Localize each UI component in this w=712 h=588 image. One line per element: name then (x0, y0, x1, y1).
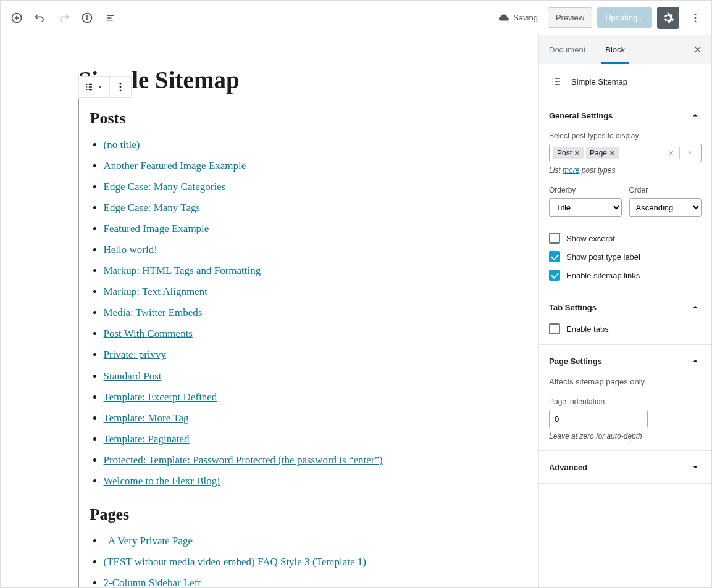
sitemap-link[interactable]: Media: Twitter Embeds (104, 307, 203, 318)
svg-point-16 (86, 89, 88, 91)
orderby-select[interactable]: Title (549, 198, 622, 217)
show-excerpt-checkbox[interactable] (549, 233, 560, 244)
chevron-up-icon (689, 355, 702, 367)
sitemap-link[interactable]: Edge Case: Many Categories (104, 181, 226, 193)
sitemap-link[interactable]: Template: Excerpt Defined (104, 391, 217, 403)
info-button[interactable] (76, 7, 98, 29)
sitemap-link[interactable]: Standard Post (104, 370, 162, 382)
svg-point-21 (552, 78, 553, 79)
show-post-type-label-checkbox[interactable] (549, 251, 560, 262)
list-item: (no title) (104, 136, 450, 154)
more-options-button[interactable] (684, 7, 706, 29)
order-label: Order (629, 186, 702, 194)
redo-button (52, 7, 75, 29)
svg-point-14 (86, 86, 88, 88)
sitemap-link[interactable]: A Very Private Page (104, 535, 193, 547)
post-types-select[interactable]: Post✕ Page✕ ✕ (549, 144, 702, 162)
list-item: Markup: Text Alignment (104, 283, 450, 300)
sitemap-block[interactable]: Posts (no title)Another Featured Image E… (78, 99, 461, 587)
panel-advanced-head[interactable]: Advanced (539, 451, 711, 483)
preview-button[interactable]: Preview (548, 7, 592, 28)
panel-tab-settings-head[interactable]: Tab Settings (539, 291, 711, 323)
sitemap-link[interactable]: (no title) (104, 139, 140, 151)
order-select[interactable]: Ascending (629, 198, 702, 217)
settings-toggle-button[interactable] (657, 7, 679, 29)
list-item: Another Featured Image Example (104, 157, 450, 175)
svg-point-25 (552, 84, 553, 85)
chip-post: Post✕ (553, 147, 584, 159)
page-indentation-hint: Leave at zero for auto-depth (549, 432, 702, 441)
sitemap-link[interactable]: Template: Paginated (104, 433, 190, 445)
chevron-down-icon[interactable] (682, 147, 697, 159)
list-item: Edge Case: Many Tags (104, 199, 450, 217)
svg-point-11 (695, 20, 697, 22)
enable-tabs-label: Enable tabs (566, 325, 609, 334)
list-item: A Very Private Page (104, 532, 450, 550)
sitemap-link[interactable]: Markup: HTML Tags and Formatting (104, 265, 261, 276)
svg-point-10 (695, 17, 697, 19)
saving-status: Saving (498, 12, 538, 23)
tab-block[interactable]: Block (595, 35, 635, 64)
list-item: Standard Post (104, 368, 450, 385)
chevron-down-icon (689, 461, 702, 473)
block-name-label: Simple Sitemap (571, 77, 627, 86)
clear-all-icon[interactable]: ✕ (665, 149, 677, 158)
publish-button: Updating... (597, 7, 652, 28)
list-item: Edge Case: Many Categories (104, 178, 450, 196)
svg-point-9 (695, 13, 697, 15)
svg-point-5 (87, 15, 88, 16)
list-item: Markup: HTML Tags and Formatting (104, 262, 450, 280)
enable-sitemap-links-label: Enable sitemap links (566, 271, 640, 280)
pages-heading: Pages (90, 505, 450, 524)
panel-general-head[interactable]: General Settings (539, 99, 711, 131)
sitemap-link[interactable]: Welcome to the Flexr Blog! (104, 475, 220, 487)
list-item: Media: Twitter Embeds (104, 304, 450, 321)
page-settings-desc: Affects sitemap pages only. (549, 377, 702, 386)
list-item: Protected: Template: Password Protected … (104, 452, 450, 469)
more-link[interactable]: more (563, 166, 579, 175)
add-block-button[interactable] (6, 7, 28, 29)
page-title[interactable]: Simple Sitemap (78, 66, 461, 94)
chip-page: Page✕ (586, 147, 619, 159)
sitemap-link[interactable]: Post With Comments (104, 328, 193, 339)
list-item: Post With Comments (104, 325, 450, 342)
close-sidebar-button[interactable]: ✕ (693, 44, 702, 56)
saving-label: Saving (513, 13, 538, 22)
tab-document[interactable]: Document (539, 35, 595, 64)
sitemap-link[interactable]: (TEST without media video embed) FAQ Sty… (104, 556, 366, 568)
svg-point-19 (119, 86, 121, 88)
sitemap-link[interactable]: 2-Column Sidebar Left (104, 577, 201, 587)
undo-button[interactable] (29, 7, 51, 29)
enable-sitemap-links-checkbox[interactable] (549, 270, 560, 281)
block-more-button[interactable] (109, 76, 132, 98)
sitemap-link[interactable]: Hello world! (104, 244, 157, 255)
panel-page-settings-head[interactable]: Page Settings (539, 345, 711, 377)
svg-point-23 (552, 81, 553, 82)
block-type-button[interactable] (78, 76, 109, 98)
list-item: Hello world! (104, 241, 450, 259)
sitemap-link[interactable]: Markup: Text Alignment (104, 286, 207, 297)
list-item: Featured Image Example (104, 220, 450, 238)
page-indentation-input[interactable] (549, 410, 648, 428)
editor-canvas[interactable]: Simple Sitemap Posts (no title)Another F… (1, 35, 538, 587)
sitemap-link[interactable]: Private: privvy (104, 349, 167, 360)
list-item: Template: Paginated (104, 431, 450, 448)
list-item: Template: More Tag (104, 410, 450, 427)
svg-point-18 (119, 83, 121, 85)
enable-tabs-checkbox[interactable] (549, 323, 560, 334)
sitemap-link[interactable]: Protected: Template: Password Protected … (104, 454, 383, 466)
list-item: Welcome to the Flexr Blog! (104, 473, 450, 490)
chip-post-remove[interactable]: ✕ (574, 149, 580, 157)
chevron-up-icon (689, 301, 702, 313)
sitemap-link[interactable]: Featured Image Example (104, 223, 209, 234)
outline-button[interactable] (99, 7, 122, 29)
sitemap-link[interactable]: Edge Case: Many Tags (104, 202, 201, 213)
sitemap-link[interactable]: Template: More Tag (104, 412, 189, 424)
post-types-hint: List more post types (549, 166, 702, 175)
panel-general-title: General Settings (549, 111, 613, 120)
list-item: Private: privvy (104, 346, 450, 363)
sitemap-link[interactable]: Another Featured Image Example (104, 160, 246, 172)
svg-point-20 (119, 89, 121, 91)
chevron-up-icon (689, 109, 702, 122)
chip-page-remove[interactable]: ✕ (609, 149, 615, 157)
